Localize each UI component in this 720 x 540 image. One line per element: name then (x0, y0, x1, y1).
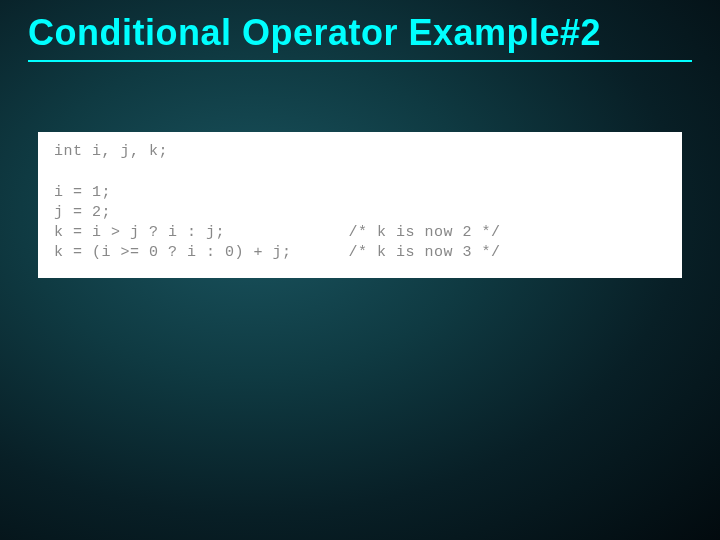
code-line-5: k = (i >= 0 ? i : 0) + j; /* k is now 3 … (54, 244, 501, 261)
code-content: int i, j, k; i = 1; j = 2; k = i > j ? i… (54, 142, 666, 264)
code-line-1: int i, j, k; (54, 143, 168, 160)
code-line-4: k = i > j ? i : j; /* k is now 2 */ (54, 224, 501, 241)
code-example-box: int i, j, k; i = 1; j = 2; k = i > j ? i… (38, 132, 682, 278)
title-underline (28, 60, 692, 62)
slide-title: Conditional Operator Example#2 (0, 0, 720, 54)
code-line-2: i = 1; (54, 184, 111, 201)
code-line-3: j = 2; (54, 204, 111, 221)
